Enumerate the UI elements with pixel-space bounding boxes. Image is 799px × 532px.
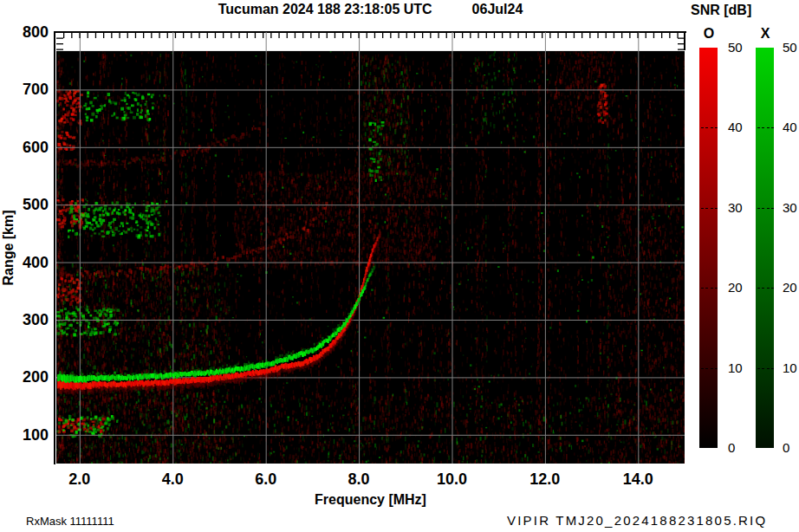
colorbar-tick [767, 288, 774, 289]
x-axis-title: Frequency [MHz] [56, 492, 685, 508]
x-mode-label: X [756, 26, 775, 42]
x-tick-label: 6.0 [240, 470, 292, 489]
colorbar-tick-label: 20 [783, 280, 799, 295]
y-axis-title: Range [km] [1, 191, 16, 304]
colorbar-tick [767, 368, 774, 369]
x-tick-label: 10.0 [425, 470, 477, 489]
title-date: 06Jul24 [472, 2, 523, 16]
colorbar-tick-label: 0 [783, 440, 799, 455]
colorbar-tick-label: 20 [728, 280, 754, 295]
plot-title: Tucuman 2024 188 23:18:05 UTC06Jul24 [56, 2, 685, 17]
colorbar-tick-label: 40 [728, 120, 754, 134]
y-tick-label: 600 [12, 138, 49, 157]
x-mode-colorbar [756, 48, 774, 448]
colorbar-title: SNR [dB] [691, 3, 751, 18]
x-tick-label: 12.0 [519, 470, 571, 489]
ionogram-heatmap [56, 32, 685, 464]
colorbar-tick [757, 368, 764, 369]
colorbar-tick-label: 50 [783, 40, 799, 55]
filename-annotation: VIPIR TMJ20_2024188231805.RIQ [507, 513, 767, 528]
colorbar-tick [701, 208, 708, 209]
colorbar-tick-label: 30 [783, 200, 799, 215]
colorbar-tick-label: 10 [783, 360, 799, 375]
title-text: Tucuman 2024 188 23:18:05 UTC [218, 2, 432, 16]
colorbar-tick [701, 127, 708, 128]
y-tick-label: 300 [12, 310, 49, 329]
colorbar-tick [711, 208, 718, 209]
y-tick-label: 700 [12, 80, 49, 99]
colorbar-tick [757, 208, 764, 209]
colorbar-tick [767, 127, 774, 128]
y-tick-label: 500 [12, 195, 49, 214]
x-tick-label: 14.0 [612, 470, 664, 489]
colorbar-tick [701, 288, 708, 289]
plot-frame-left [54, 31, 55, 464]
colorbar-tick-label: 50 [728, 40, 754, 55]
rxmask-annotation: RxMask 11111111 [26, 515, 114, 528]
o-mode-colorbar [699, 48, 718, 448]
colorbar-tick [701, 368, 708, 369]
y-tick-label: 400 [12, 253, 49, 272]
colorbar-tick [757, 127, 764, 128]
y-tick-label: 200 [12, 367, 49, 386]
colorbar-tick-label: 40 [783, 120, 799, 134]
o-mode-label: O [699, 26, 718, 42]
colorbar-tick [711, 288, 718, 289]
x-tick-label: 8.0 [333, 470, 385, 489]
colorbar-tick-label: 30 [728, 200, 754, 215]
colorbar-tick-label: 10 [728, 360, 754, 375]
colorbar-tick-label: 0 [728, 440, 754, 455]
colorbar-tick [711, 368, 718, 369]
x-tick-label: 4.0 [146, 470, 198, 489]
x-tick-label: 2.0 [54, 470, 106, 489]
colorbar-tick [757, 288, 764, 289]
colorbar-tick [767, 208, 774, 209]
y-tick-label: 100 [12, 425, 49, 444]
colorbar-tick [711, 127, 718, 128]
y-tick-label: 800 [12, 23, 49, 42]
